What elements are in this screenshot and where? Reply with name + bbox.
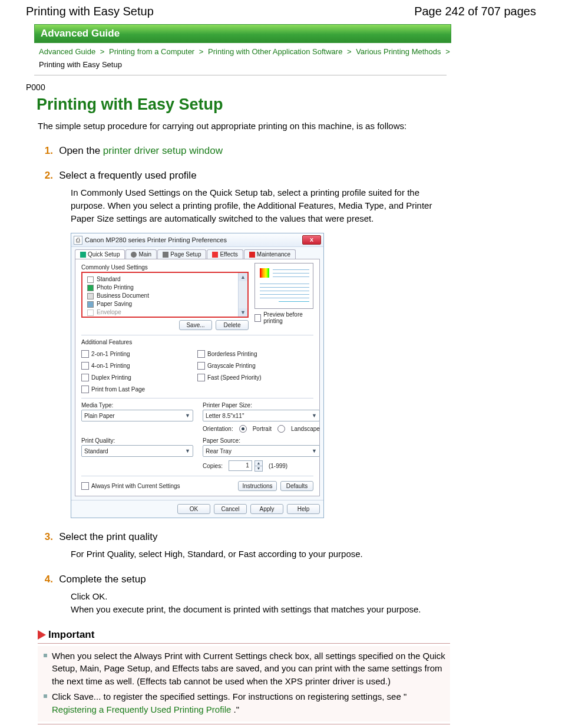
step-number: 1. — [41, 145, 53, 157]
copies-input[interactable]: 1 — [229, 460, 252, 471]
breadcrumb-sep: > — [197, 47, 206, 56]
step-number: 3. — [41, 531, 53, 543]
feature-checkbox[interactable] — [81, 386, 89, 393]
breadcrumb-link-1[interactable]: Printing from a Computer — [109, 47, 194, 56]
tab-label: Maintenance — [257, 251, 290, 258]
important-text: Click Save... to register the specified … — [52, 691, 406, 701]
tab-page-setup[interactable]: Page Setup — [157, 249, 206, 259]
breadcrumb-link-3[interactable]: Various Printing Methods — [356, 47, 441, 56]
tab-quick-setup[interactable]: Quick Setup — [75, 249, 125, 259]
step-number: 4. — [41, 574, 53, 585]
preview-thumbnail-icon — [260, 268, 269, 278]
copies-label: Copies: — [203, 463, 223, 469]
feature-label: Grayscale Printing — [207, 363, 256, 369]
profile-label: Envelope — [97, 308, 121, 317]
feature-label: Borderless Printing — [207, 351, 257, 357]
defaults-button[interactable]: Defaults — [280, 481, 313, 491]
paper-source-select[interactable]: Rear Tray▼ — [203, 445, 320, 457]
important-block: Important When you select the Always Pri… — [38, 629, 450, 725]
profile-label: Photo Printing — [97, 284, 134, 292]
ok-button[interactable]: OK — [177, 504, 210, 514]
profile-label: Paper Saving — [97, 300, 132, 308]
step-title: Select the print quality — [59, 531, 157, 542]
preview-checkbox[interactable] — [254, 314, 261, 322]
tab-maintenance[interactable]: Maintenance — [244, 249, 296, 259]
profile-standard[interactable]: Standard — [87, 275, 243, 284]
paper-size-label: Printer Paper Size: — [203, 402, 320, 409]
feature-checkbox[interactable] — [197, 362, 205, 370]
envelope-icon — [87, 309, 94, 316]
commonly-used-label: Commonly Used Settings — [81, 264, 249, 271]
breadcrumb-current: Printing with Easy Setup — [39, 60, 122, 69]
step-text: Open the — [59, 145, 103, 156]
paper-size-select[interactable]: Letter 8.5"x11"▼ — [203, 410, 320, 421]
printing-preferences-dialog: ⎙ Canon MP280 series Printer Printing Pr… — [71, 233, 324, 518]
breadcrumb-sep: > — [98, 47, 107, 56]
important-icon — [38, 630, 46, 640]
dialog-tabs: Quick Setup Main Page Setup Effects Main… — [75, 249, 320, 259]
profile-paper-saving[interactable]: Paper Saving — [87, 300, 243, 308]
help-button[interactable]: Help — [287, 504, 320, 514]
profile-label: Business Document — [97, 292, 149, 300]
step-number: 2. — [41, 170, 53, 182]
bullet-icon — [44, 654, 47, 657]
step-2: 2. Select a frequently used profile In C… — [41, 170, 536, 518]
breadcrumb-link-2[interactable]: Printing with Other Application Software — [208, 47, 342, 56]
scroll-up-icon[interactable]: ▲ — [239, 273, 247, 281]
feature-checkbox[interactable] — [81, 374, 89, 381]
profile-photo[interactable]: Photo Printing — [87, 284, 243, 292]
page-title: Printing with Easy Setup — [37, 95, 536, 114]
scroll-down-icon[interactable]: ▼ — [239, 308, 247, 317]
feature-checkbox[interactable] — [197, 350, 205, 358]
profile-envelope[interactable]: Envelope — [87, 308, 243, 317]
profiles-scrollbar[interactable]: ▲▼ — [238, 273, 247, 317]
feature-label: 4-on-1 Printing — [91, 363, 130, 369]
tab-label: Effects — [220, 251, 237, 258]
copies-down-icon[interactable]: ▼ — [254, 466, 263, 472]
breadcrumb-link-0[interactable]: Advanced Guide — [39, 47, 95, 56]
divider — [34, 75, 447, 75]
tab-main[interactable]: Main — [125, 249, 157, 259]
cancel-button[interactable]: Cancel — [214, 504, 247, 514]
profiles-list[interactable]: Standard Photo Printing Business Documen… — [81, 272, 249, 318]
copies-range: (1-999) — [269, 463, 287, 469]
feature-checkbox[interactable] — [197, 374, 205, 381]
portrait-label: Portrait — [253, 426, 272, 432]
registering-profile-link[interactable]: Registering a Frequently Used Printing P… — [52, 704, 231, 714]
close-button[interactable]: X — [302, 235, 321, 245]
print-quality-label: Print Quality: — [81, 437, 193, 444]
page-indicator: Page 242 of 707 pages — [414, 5, 536, 18]
feature-label: Fast (Speed Priority) — [207, 374, 262, 381]
feature-label: Print from Last Page — [91, 386, 145, 393]
print-quality-select[interactable]: Standard▼ — [81, 445, 193, 457]
feature-label: 2-on-1 Printing — [91, 351, 130, 357]
breadcrumb-sep: > — [443, 47, 452, 56]
profile-business[interactable]: Business Document — [87, 292, 243, 300]
landscape-label: Landscape — [291, 426, 320, 432]
doc-code: P000 — [26, 83, 536, 92]
tab-effects[interactable]: Effects — [207, 249, 243, 259]
step-title: Select a frequently used profile — [59, 170, 196, 181]
printer-driver-link[interactable]: printer driver setup window — [103, 145, 223, 156]
chevron-down-icon: ▼ — [185, 413, 190, 419]
orientation-landscape-radio[interactable] — [277, 425, 285, 433]
save-button[interactable]: Save... — [179, 320, 212, 330]
instructions-button[interactable]: Instructions — [238, 481, 277, 491]
step-body: For Print Quality, select High, Standard… — [71, 548, 448, 561]
orientation-portrait-radio[interactable] — [239, 425, 247, 433]
important-item: When you select the Always Print with Cu… — [52, 650, 448, 688]
tab-label: Main — [138, 251, 151, 258]
doc-header-title: Printing with Easy Setup — [26, 5, 154, 18]
feature-checkbox[interactable] — [81, 362, 89, 370]
media-type-select[interactable]: Plain Paper▼ — [81, 410, 193, 421]
feature-checkbox[interactable] — [81, 350, 89, 358]
media-type-label: Media Type: — [81, 402, 193, 409]
delete-button[interactable]: Delete — [216, 320, 249, 330]
quick-setup-icon — [80, 252, 86, 258]
apply-button[interactable]: Apply — [250, 504, 283, 514]
chevron-down-icon: ▼ — [312, 413, 317, 419]
printer-icon: ⎙ — [74, 236, 82, 245]
always-print-checkbox[interactable] — [81, 482, 89, 490]
preview-label: Preview before printing — [263, 311, 313, 324]
preview-pane — [254, 263, 313, 309]
